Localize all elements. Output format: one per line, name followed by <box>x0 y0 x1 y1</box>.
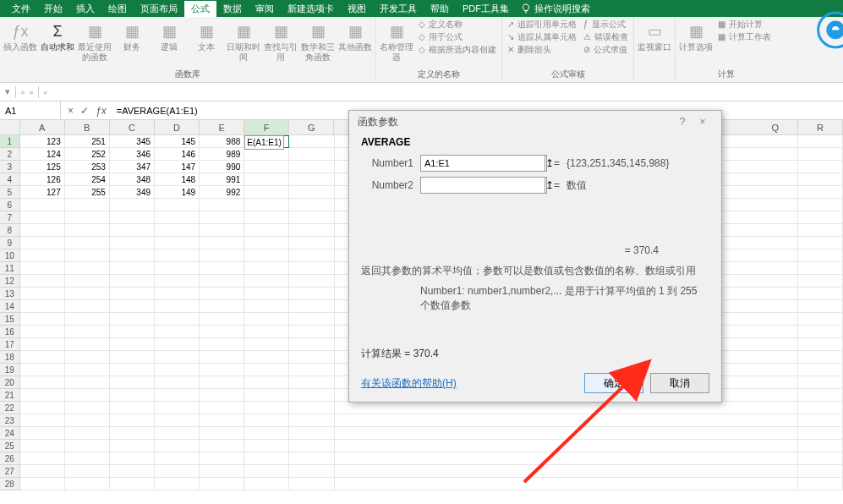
cell[interactable] <box>753 186 798 199</box>
show-formulas-button[interactable]: ƒ显示公式 <box>582 19 630 30</box>
cell[interactable] <box>244 402 289 414</box>
cell[interactable] <box>20 402 65 414</box>
col-header[interactable]: C <box>110 120 155 135</box>
cell[interactable] <box>110 237 155 249</box>
cell[interactable] <box>244 364 289 376</box>
cell[interactable] <box>65 452 110 465</box>
cell[interactable] <box>753 452 798 465</box>
cell[interactable] <box>753 389 798 402</box>
cell[interactable]: 349 <box>110 186 155 199</box>
cell[interactable] <box>753 275 798 288</box>
cell[interactable] <box>289 148 334 161</box>
cell[interactable] <box>20 478 65 490</box>
cell[interactable] <box>110 275 155 288</box>
cell[interactable] <box>200 211 244 224</box>
cell[interactable] <box>798 427 843 440</box>
cell[interactable] <box>244 478 289 490</box>
cell[interactable]: 991 <box>200 173 244 186</box>
cell[interactable] <box>244 465 289 478</box>
cell[interactable] <box>289 135 334 148</box>
cell[interactable] <box>244 186 289 199</box>
cell[interactable] <box>244 288 289 300</box>
cell[interactable]: 348 <box>110 173 155 186</box>
cell[interactable] <box>65 288 110 300</box>
cell[interactable] <box>155 262 200 275</box>
cell[interactable]: 992 <box>200 186 244 199</box>
cell[interactable] <box>244 338 289 351</box>
logic-button[interactable]: ▦逻辑 <box>152 19 186 52</box>
cell[interactable] <box>155 414 200 427</box>
watch-window-button[interactable]: ▭监视窗口 <box>638 19 671 52</box>
cell[interactable] <box>65 275 110 288</box>
cell[interactable] <box>753 326 798 338</box>
text-button[interactable]: ▦文本 <box>189 19 223 52</box>
row-header[interactable]: 21 <box>0 389 20 402</box>
cell[interactable] <box>244 313 289 326</box>
cell[interactable] <box>753 173 798 186</box>
cell[interactable] <box>110 402 155 414</box>
cell[interactable]: 147 <box>155 161 200 173</box>
cell[interactable] <box>200 237 244 249</box>
row-header[interactable]: 7 <box>0 211 20 224</box>
cell[interactable] <box>289 452 334 465</box>
cell[interactable] <box>200 262 244 275</box>
cell[interactable]: 990 <box>200 161 244 173</box>
cell[interactable] <box>20 275 65 288</box>
cell[interactable] <box>200 478 244 490</box>
cell[interactable]: 254 <box>65 173 110 186</box>
cell[interactable]: 989 <box>200 148 244 161</box>
cell[interactable]: 145 <box>155 135 200 148</box>
row-header[interactable]: 20 <box>0 376 20 389</box>
menu-view[interactable]: 视图 <box>341 1 373 17</box>
cell[interactable] <box>20 364 65 376</box>
cell[interactable] <box>110 326 155 338</box>
row-header[interactable]: 9 <box>0 237 20 249</box>
cell[interactable]: 252 <box>65 148 110 161</box>
cell[interactable]: 126 <box>20 173 65 186</box>
cell[interactable] <box>244 173 289 186</box>
cell[interactable] <box>753 376 798 389</box>
cell[interactable] <box>335 402 753 414</box>
cell[interactable] <box>200 452 244 465</box>
cell[interactable] <box>200 427 244 440</box>
col-header[interactable]: Q <box>753 120 798 135</box>
row-header[interactable]: 5 <box>0 186 20 199</box>
cell[interactable]: 988 <box>200 135 244 148</box>
cell[interactable] <box>753 478 798 490</box>
cell[interactable] <box>798 161 843 173</box>
dialog-help-button[interactable]: ? <box>672 116 692 128</box>
cell[interactable] <box>244 389 289 402</box>
cell[interactable] <box>753 364 798 376</box>
accept-formula-icon[interactable]: ✓ <box>80 105 89 117</box>
cell[interactable] <box>200 313 244 326</box>
cell[interactable] <box>753 427 798 440</box>
row-header[interactable]: 2 <box>0 148 20 161</box>
cell[interactable] <box>20 237 65 249</box>
cell[interactable] <box>200 288 244 300</box>
cell[interactable] <box>20 300 65 313</box>
dialog-close-button[interactable]: × <box>692 116 713 128</box>
cell[interactable]: 255 <box>65 186 110 199</box>
cell[interactable] <box>289 288 334 300</box>
row-header[interactable]: 26 <box>0 452 20 465</box>
cell[interactable] <box>20 288 65 300</box>
cell[interactable] <box>20 389 65 402</box>
cell[interactable] <box>798 199 843 211</box>
cell[interactable] <box>20 199 65 211</box>
cell[interactable] <box>753 262 798 275</box>
cell[interactable] <box>65 351 110 364</box>
cell[interactable] <box>110 262 155 275</box>
cell[interactable] <box>798 402 843 414</box>
cell[interactable] <box>200 224 244 237</box>
cell[interactable] <box>110 364 155 376</box>
cell[interactable] <box>20 224 65 237</box>
col-header[interactable]: E <box>200 120 244 135</box>
cell[interactable] <box>244 237 289 249</box>
cell[interactable] <box>65 478 110 490</box>
cell[interactable] <box>289 224 334 237</box>
create-from-sel-button[interactable]: ◇根据所选内容创建 <box>417 44 498 56</box>
cell[interactable]: 124 <box>20 148 65 161</box>
menu-home[interactable]: 开始 <box>37 1 69 17</box>
menu-dev[interactable]: 开发工具 <box>373 1 424 17</box>
cell[interactable] <box>244 376 289 389</box>
